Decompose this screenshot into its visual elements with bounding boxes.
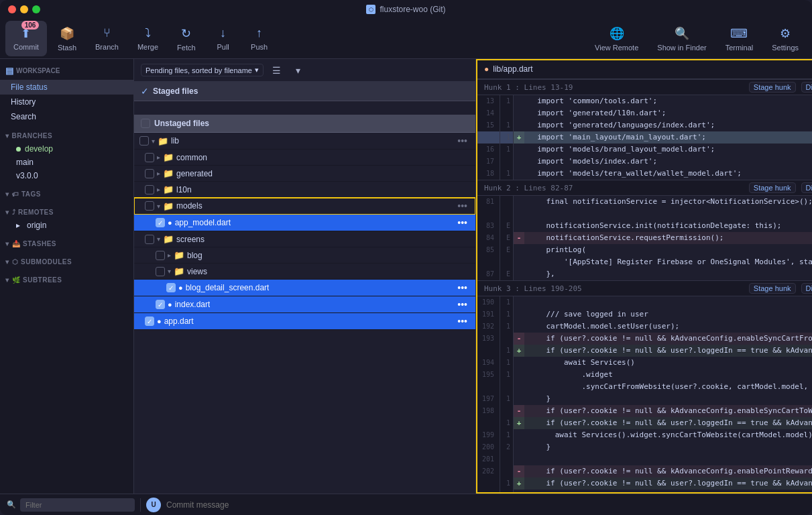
merge-button[interactable]: ⤵ Merge [129,22,166,55]
sort-button[interactable]: Pending files, sorted by filename ▾ [141,64,264,76]
file-blog-detail-screen[interactable]: ✓ ● blog_detail_screen.dart ••• [134,280,475,296]
lib-more-button[interactable]: ••• [455,135,470,146]
screens-expand-arrow[interactable]: ▾ [157,235,160,243]
app-dart-more-button[interactable]: ••• [455,316,470,327]
filter-input[interactable] [20,498,135,512]
pull-icon: ↓ [220,26,226,40]
lib-expand-arrow[interactable]: ▾ [152,137,155,145]
list-view-button[interactable]: ☰ [269,62,285,78]
unstaged-checkbox[interactable] [141,119,150,128]
pull-button[interactable]: ↓ Pull [207,22,240,55]
commit-message-input[interactable] [166,500,805,510]
folder-l10n[interactable]: ▸ 📁 l10n ••• [134,182,475,198]
staged-header[interactable]: ✓ Staged files [134,82,475,101]
remote-origin[interactable]: ▸ origin [0,219,133,232]
history-label: History [11,97,36,107]
folder-generated[interactable]: ▸ 📁 generated ••• [134,166,475,182]
submodules-header[interactable]: ▾ ⬡ SUBMODULES [0,255,133,268]
workspace-section: ▤ WORKSPACE File status History Search [0,59,133,127]
blog-detail-checkbox[interactable]: ✓ [166,283,176,292]
hunk3-header: Hunk 3 : Lines 190-205 Stage hunk Discar… [476,280,812,296]
models-more-button[interactable]: ••• [455,201,470,211]
file-app-model-dart[interactable]: ✓ ● app_model.dart ••• [134,215,475,231]
branch-develop[interactable]: develop [0,142,133,156]
file-app-dart[interactable]: ✓ ● app.dart ••• [134,313,475,330]
stashes-header[interactable]: ▾ 📥 STASHES [0,237,133,250]
minimize-button[interactable] [20,5,28,13]
branches-header[interactable]: ▾ BRANCHES [0,129,133,142]
folder-common[interactable]: ▸ 📁 common ••• [134,150,475,166]
models-expand-arrow[interactable]: ▾ [157,203,160,210]
group-view-button[interactable]: ▾ [290,62,306,78]
app-model-more-button[interactable]: ••• [455,217,470,228]
l10n-expand-arrow[interactable]: ▸ [157,186,160,193]
lib-checkbox[interactable] [139,136,149,146]
screens-checkbox[interactable] [145,235,154,244]
diff-panel: ● lib/app.dart ••• Hunk 1 : Lines 13-19 … [476,59,812,494]
staged-area [134,101,475,115]
close-button[interactable] [8,5,16,13]
screens-folder-name: screens [176,235,205,244]
tags-header[interactable]: ▾ 🏷 TAGS [0,188,133,201]
app-model-checkbox[interactable]: ✓ [156,218,165,227]
hunk3-stage-button[interactable]: Stage hunk [749,283,796,294]
diff-line [476,208,812,220]
push-button[interactable]: ↑ Push [243,22,276,55]
unstaged-header[interactable]: Unstaged files [134,115,475,133]
subtrees-header[interactable]: ▾ 🌿 SUBTREES [0,274,133,286]
view-remote-button[interactable]: 🌐 View Remote [587,22,646,56]
sidebar-item-history[interactable]: History [0,95,133,109]
common-expand-arrow[interactable]: ▸ [157,154,160,161]
common-checkbox[interactable] [145,153,154,162]
models-checkbox[interactable] [145,201,154,211]
fetch-button[interactable]: ↻ Fetch [169,22,204,56]
folder-screens[interactable]: ▾ 📁 screens ••• [134,231,475,247]
remotes-header[interactable]: ▾ ⤴ REMOTES [0,206,133,219]
index-checkbox[interactable]: ✓ [156,300,165,309]
submodules-arrow: ▾ [5,258,9,266]
diff-line-del: 198 - if (user?.cookie != null && kAdvan… [476,405,812,417]
blog-detail-more-button[interactable]: ••• [455,282,470,293]
app-dart-file-icon: ● [157,317,162,325]
app-dart-checkbox[interactable]: ✓ [145,317,154,326]
diff-filename: ● lib/app.dart [484,64,533,74]
branch-main[interactable]: main [0,156,133,169]
window-title: ⬡ fluxstore-woo (Git) [366,5,445,14]
sidebar-item-search[interactable]: Search [0,109,133,124]
commit-button[interactable]: ⬆ 106 Commit [5,21,47,56]
hunk2-discard-button[interactable]: Discard hunk [801,182,813,193]
hunk2-stage-button[interactable]: Stage hunk [749,182,796,193]
stash-button[interactable]: 📦 Stash [50,22,84,56]
diff-line-del: 84E - notificationService.requestPermiss… [476,232,812,244]
blog-detail-filename: blog_detail_screen.dart [186,283,270,292]
folder-models[interactable]: ▾ 📁 models ••• [134,198,475,215]
blog-folder-name: blog [187,251,202,260]
folder-blog[interactable]: ▸ 📁 blog ••• [134,247,475,264]
hunk3-discard-button[interactable]: Discard hunk [801,283,813,294]
hunk1-discard-button[interactable]: Discard hunk [801,82,813,93]
views-expand-arrow[interactable]: ▾ [168,268,171,275]
commit-label: Commit [13,43,39,51]
blog-expand-arrow[interactable]: ▸ [168,251,171,259]
index-more-button[interactable]: ••• [455,299,470,310]
folder-views[interactable]: ▾ 📁 views ••• [134,264,475,280]
settings-button[interactable]: ⚙ Settings [764,22,807,56]
diff-content[interactable]: Hunk 1 : Lines 13-19 Stage hunk Discard … [476,79,812,494]
hunk1-stage-button[interactable]: Stage hunk [749,82,796,93]
show-finder-button[interactable]: 🔍 Show in Finder [649,22,714,56]
maximize-button[interactable] [32,5,40,13]
branch-button[interactable]: ⑂ Branch [87,22,127,55]
generated-checkbox[interactable] [145,169,154,178]
blog-checkbox[interactable] [156,251,165,260]
folder-lib[interactable]: ▾ 📁 lib ••• [134,133,475,150]
branch-v300[interactable]: v3.0.0 [0,169,133,182]
views-checkbox[interactable] [156,267,165,276]
tags-section: ▾ 🏷 TAGS [0,185,133,203]
terminal-button[interactable]: ⌨ Terminal [717,22,762,56]
generated-expand-arrow[interactable]: ▸ [157,170,160,177]
blog-folder-icon: 📁 [174,250,184,260]
sidebar-item-file-status[interactable]: File status [0,80,133,95]
l10n-checkbox[interactable] [145,185,154,194]
window-controls[interactable] [8,5,40,13]
file-index-dart[interactable]: ✓ ● index.dart ••• [134,296,475,313]
